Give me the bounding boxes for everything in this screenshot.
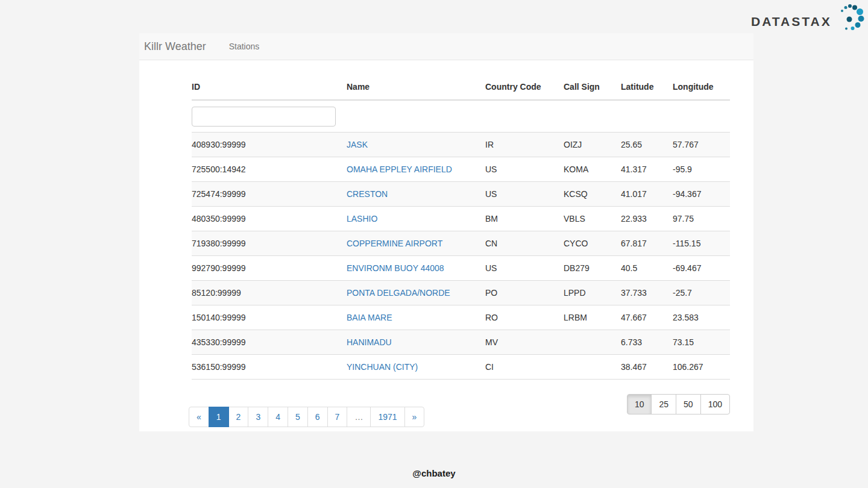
cell-latitude: 41.017: [621, 182, 673, 207]
cell-latitude: 40.5: [621, 256, 673, 281]
cell-call-sign: CYCO: [564, 231, 621, 256]
cell-country-code: CI: [485, 355, 564, 380]
cell-latitude: 6.733: [621, 330, 673, 355]
page-size-100-button[interactable]: 100: [700, 394, 730, 414]
column-header-call-sign: Call Sign: [564, 75, 621, 100]
cell-country-code: IR: [485, 133, 564, 157]
pagination-page-1[interactable]: 1: [209, 407, 229, 427]
cell-latitude: 22.933: [621, 207, 673, 231]
table-row: 725500:14942 OMAHA EPPLEY AIRFIELD US KO…: [192, 157, 730, 182]
pagination-next-button[interactable]: »: [405, 407, 425, 427]
cell-id: 85120:99999: [192, 281, 347, 305]
cell-country-code: PO: [485, 281, 564, 305]
cell-latitude: 67.817: [621, 231, 673, 256]
column-header-longitude: Longitude: [673, 75, 730, 100]
cell-id: 150140:99999: [192, 305, 347, 330]
column-header-name: Name: [347, 75, 485, 100]
pagination-page-2[interactable]: 2: [229, 407, 249, 427]
table-row: 536150:99999 YINCHUAN (CITY) CI 38.467 1…: [192, 355, 730, 380]
cell-call-sign: [564, 355, 621, 380]
cell-call-sign: KOMA: [564, 157, 621, 182]
station-link[interactable]: LASHIO: [347, 214, 377, 224]
cell-call-sign: KCSQ: [564, 182, 621, 207]
datastax-logo: DATASTAX: [751, 2, 867, 31]
table-row: 150140:99999 BAIA MARE RO LRBM 47.667 23…: [192, 305, 730, 330]
cell-call-sign: VBLS: [564, 207, 621, 231]
pagination: « 1 2 3 4 5 6 7 … 1971 »: [189, 407, 424, 427]
cell-id: 725500:14942: [192, 157, 347, 182]
page-size-25-button[interactable]: 25: [651, 394, 676, 414]
table-header-row: ID Name Country Code Call Sign Latitude …: [192, 75, 730, 100]
pagination-page-7[interactable]: 7: [328, 407, 348, 427]
datastax-logo-dots-icon: [839, 2, 867, 31]
cell-country-code: US: [485, 256, 564, 281]
cell-country-code: US: [485, 182, 564, 207]
cell-longitude: 57.767: [673, 133, 730, 157]
cell-id: 536150:99999: [192, 355, 347, 380]
pagination-page-5[interactable]: 5: [288, 407, 308, 427]
cell-call-sign: LPPD: [564, 281, 621, 305]
cell-longitude: -69.467: [673, 256, 730, 281]
station-link[interactable]: HANIMADU: [347, 337, 392, 347]
table-controls: « 1 2 3 4 5 6 7 … 1971 » 10 25 50 100: [192, 380, 730, 435]
station-link[interactable]: OMAHA EPPLEY AIRFIELD: [347, 164, 452, 174]
station-link[interactable]: BAIA MARE: [347, 313, 392, 322]
pagination-page-6[interactable]: 6: [308, 407, 328, 427]
cell-id: 992790:99999: [192, 256, 347, 281]
page-size-50-button[interactable]: 50: [676, 394, 701, 414]
table-row: 435330:99999 HANIMADU MV 6.733 73.15: [192, 330, 730, 355]
table-row: 725474:99999 CRESTON US KCSQ 41.017 -94.…: [192, 182, 730, 207]
content-area: ID Name Country Code Call Sign Latitude …: [139, 60, 753, 435]
datastax-logo-text: DATASTAX: [751, 14, 832, 29]
cell-latitude: 25.65: [621, 133, 673, 157]
station-link[interactable]: ENVIRONM BUOY 44008: [347, 263, 444, 273]
main-panel: Killr Weather Stations ID Name Country C…: [139, 33, 753, 431]
navbar-brand[interactable]: Killr Weather: [144, 40, 206, 53]
id-filter-input[interactable]: [192, 107, 336, 127]
cell-longitude: 106.267: [673, 355, 730, 380]
cell-country-code: MV: [485, 330, 564, 355]
filter-row: [192, 100, 730, 133]
cell-latitude: 37.733: [621, 281, 673, 305]
table-row: 480350:99999 LASHIO BM VBLS 22.933 97.75: [192, 207, 730, 231]
cell-country-code: RO: [485, 305, 564, 330]
column-header-latitude: Latitude: [621, 75, 673, 100]
cell-longitude: 23.583: [673, 305, 730, 330]
cell-latitude: 41.317: [621, 157, 673, 182]
pagination-page-1971[interactable]: 1971: [371, 407, 404, 427]
column-header-id: ID: [192, 75, 347, 100]
cell-latitude: 38.467: [621, 355, 673, 380]
pagination-ellipsis: …: [347, 407, 371, 427]
pagination-page-3[interactable]: 3: [248, 407, 268, 427]
table-row: 992790:99999 ENVIRONM BUOY 44008 US DB27…: [192, 256, 730, 281]
pagination-first-button[interactable]: «: [189, 407, 209, 427]
cell-country-code: CN: [485, 231, 564, 256]
station-link[interactable]: CRESTON: [347, 189, 388, 199]
cell-call-sign: LRBM: [564, 305, 621, 330]
cell-longitude: -115.15: [673, 231, 730, 256]
navbar: Killr Weather Stations: [139, 33, 753, 60]
table-row: 408930:99999 JASK IR OIZJ 25.65 57.767: [192, 133, 730, 157]
station-link[interactable]: JASK: [347, 140, 368, 149]
cell-call-sign: DB279: [564, 256, 621, 281]
cell-country-code: BM: [485, 207, 564, 231]
nav-item-stations[interactable]: Stations: [229, 42, 260, 51]
station-link[interactable]: YINCHUAN (CITY): [347, 362, 418, 372]
cell-longitude: 73.15: [673, 330, 730, 355]
cell-longitude: -95.9: [673, 157, 730, 182]
cell-call-sign: [564, 330, 621, 355]
station-link[interactable]: PONTA DELGADA/NORDE: [347, 288, 450, 298]
station-link[interactable]: COPPERMINE AIRPORT: [347, 239, 442, 248]
pagination-page-4[interactable]: 4: [268, 407, 288, 427]
cell-country-code: US: [485, 157, 564, 182]
footer-handle: @chbatey: [0, 468, 868, 478]
page-size-10-button[interactable]: 10: [627, 394, 652, 414]
cell-longitude: -94.367: [673, 182, 730, 207]
cell-id: 435330:99999: [192, 330, 347, 355]
cell-id: 480350:99999: [192, 207, 347, 231]
cell-latitude: 47.667: [621, 305, 673, 330]
cell-id: 719380:99999: [192, 231, 347, 256]
cell-call-sign: OIZJ: [564, 133, 621, 157]
table-row: 719380:99999 COPPERMINE AIRPORT CN CYCO …: [192, 231, 730, 256]
column-header-country-code: Country Code: [485, 75, 564, 100]
